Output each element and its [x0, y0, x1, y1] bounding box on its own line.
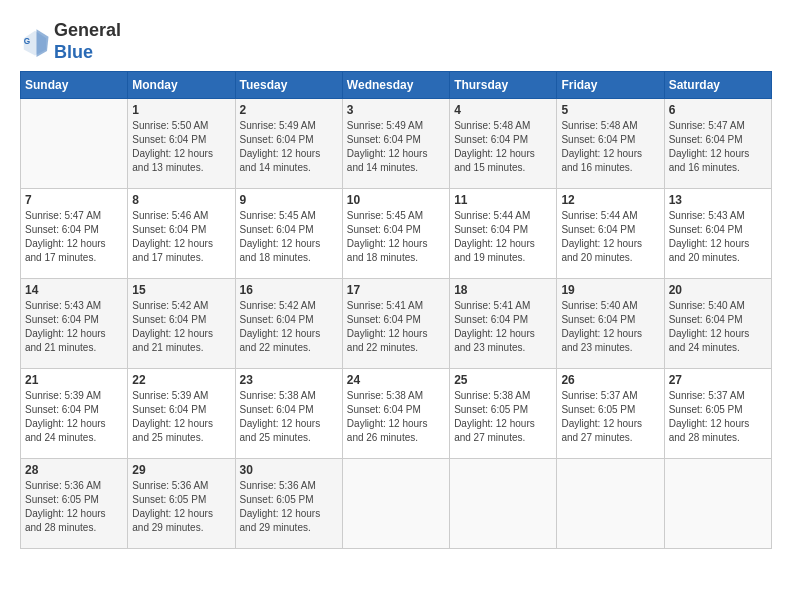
day-info: Sunrise: 5:47 AM Sunset: 6:04 PM Dayligh… — [669, 119, 767, 175]
calendar-cell: 30Sunrise: 5:36 AM Sunset: 6:05 PM Dayli… — [235, 459, 342, 549]
day-number: 20 — [669, 283, 767, 297]
day-info: Sunrise: 5:40 AM Sunset: 6:04 PM Dayligh… — [561, 299, 659, 355]
calendar-cell — [342, 459, 449, 549]
day-info: Sunrise: 5:43 AM Sunset: 6:04 PM Dayligh… — [25, 299, 123, 355]
day-info: Sunrise: 5:45 AM Sunset: 6:04 PM Dayligh… — [347, 209, 445, 265]
day-info: Sunrise: 5:38 AM Sunset: 6:04 PM Dayligh… — [240, 389, 338, 445]
day-info: Sunrise: 5:47 AM Sunset: 6:04 PM Dayligh… — [25, 209, 123, 265]
day-number: 29 — [132, 463, 230, 477]
calendar-cell: 6Sunrise: 5:47 AM Sunset: 6:04 PM Daylig… — [664, 99, 771, 189]
week-row-0: 1Sunrise: 5:50 AM Sunset: 6:04 PM Daylig… — [21, 99, 772, 189]
day-number: 24 — [347, 373, 445, 387]
week-row-1: 7Sunrise: 5:47 AM Sunset: 6:04 PM Daylig… — [21, 189, 772, 279]
calendar-cell: 12Sunrise: 5:44 AM Sunset: 6:04 PM Dayli… — [557, 189, 664, 279]
day-number: 23 — [240, 373, 338, 387]
calendar-cell: 4Sunrise: 5:48 AM Sunset: 6:04 PM Daylig… — [450, 99, 557, 189]
calendar-cell: 9Sunrise: 5:45 AM Sunset: 6:04 PM Daylig… — [235, 189, 342, 279]
day-number: 10 — [347, 193, 445, 207]
calendar-cell — [21, 99, 128, 189]
calendar-cell: 25Sunrise: 5:38 AM Sunset: 6:05 PM Dayli… — [450, 369, 557, 459]
day-number: 3 — [347, 103, 445, 117]
week-row-3: 21Sunrise: 5:39 AM Sunset: 6:04 PM Dayli… — [21, 369, 772, 459]
calendar-cell: 26Sunrise: 5:37 AM Sunset: 6:05 PM Dayli… — [557, 369, 664, 459]
day-number: 7 — [25, 193, 123, 207]
day-info: Sunrise: 5:38 AM Sunset: 6:04 PM Dayligh… — [347, 389, 445, 445]
calendar-cell — [450, 459, 557, 549]
header-saturday: Saturday — [664, 72, 771, 99]
day-number: 28 — [25, 463, 123, 477]
header-tuesday: Tuesday — [235, 72, 342, 99]
header-friday: Friday — [557, 72, 664, 99]
day-info: Sunrise: 5:38 AM Sunset: 6:05 PM Dayligh… — [454, 389, 552, 445]
header-sunday: Sunday — [21, 72, 128, 99]
day-info: Sunrise: 5:42 AM Sunset: 6:04 PM Dayligh… — [132, 299, 230, 355]
day-number: 12 — [561, 193, 659, 207]
day-info: Sunrise: 5:49 AM Sunset: 6:04 PM Dayligh… — [240, 119, 338, 175]
calendar-cell: 14Sunrise: 5:43 AM Sunset: 6:04 PM Dayli… — [21, 279, 128, 369]
calendar-cell: 8Sunrise: 5:46 AM Sunset: 6:04 PM Daylig… — [128, 189, 235, 279]
svg-text:G: G — [24, 36, 30, 45]
day-number: 17 — [347, 283, 445, 297]
svg-marker-1 — [37, 29, 49, 57]
day-info: Sunrise: 5:43 AM Sunset: 6:04 PM Dayligh… — [669, 209, 767, 265]
day-info: Sunrise: 5:41 AM Sunset: 6:04 PM Dayligh… — [347, 299, 445, 355]
day-info: Sunrise: 5:37 AM Sunset: 6:05 PM Dayligh… — [669, 389, 767, 445]
calendar-cell: 15Sunrise: 5:42 AM Sunset: 6:04 PM Dayli… — [128, 279, 235, 369]
day-number: 18 — [454, 283, 552, 297]
calendar-cell: 19Sunrise: 5:40 AM Sunset: 6:04 PM Dayli… — [557, 279, 664, 369]
day-number: 8 — [132, 193, 230, 207]
calendar-cell: 17Sunrise: 5:41 AM Sunset: 6:04 PM Dayli… — [342, 279, 449, 369]
logo-icon: G — [20, 27, 50, 57]
calendar-cell — [557, 459, 664, 549]
week-row-2: 14Sunrise: 5:43 AM Sunset: 6:04 PM Dayli… — [21, 279, 772, 369]
calendar-cell: 13Sunrise: 5:43 AM Sunset: 6:04 PM Dayli… — [664, 189, 771, 279]
header-thursday: Thursday — [450, 72, 557, 99]
calendar-cell: 18Sunrise: 5:41 AM Sunset: 6:04 PM Dayli… — [450, 279, 557, 369]
day-number: 5 — [561, 103, 659, 117]
calendar-cell: 7Sunrise: 5:47 AM Sunset: 6:04 PM Daylig… — [21, 189, 128, 279]
day-info: Sunrise: 5:39 AM Sunset: 6:04 PM Dayligh… — [132, 389, 230, 445]
day-number: 30 — [240, 463, 338, 477]
calendar-cell: 16Sunrise: 5:42 AM Sunset: 6:04 PM Dayli… — [235, 279, 342, 369]
day-info: Sunrise: 5:36 AM Sunset: 6:05 PM Dayligh… — [240, 479, 338, 535]
calendar-cell: 28Sunrise: 5:36 AM Sunset: 6:05 PM Dayli… — [21, 459, 128, 549]
day-info: Sunrise: 5:45 AM Sunset: 6:04 PM Dayligh… — [240, 209, 338, 265]
calendar-cell: 2Sunrise: 5:49 AM Sunset: 6:04 PM Daylig… — [235, 99, 342, 189]
day-number: 1 — [132, 103, 230, 117]
day-info: Sunrise: 5:36 AM Sunset: 6:05 PM Dayligh… — [132, 479, 230, 535]
calendar-table: SundayMondayTuesdayWednesdayThursdayFrid… — [20, 71, 772, 549]
calendar-cell: 10Sunrise: 5:45 AM Sunset: 6:04 PM Dayli… — [342, 189, 449, 279]
header-wednesday: Wednesday — [342, 72, 449, 99]
calendar-cell: 27Sunrise: 5:37 AM Sunset: 6:05 PM Dayli… — [664, 369, 771, 459]
day-info: Sunrise: 5:39 AM Sunset: 6:04 PM Dayligh… — [25, 389, 123, 445]
day-info: Sunrise: 5:48 AM Sunset: 6:04 PM Dayligh… — [561, 119, 659, 175]
day-number: 2 — [240, 103, 338, 117]
day-number: 4 — [454, 103, 552, 117]
day-number: 16 — [240, 283, 338, 297]
day-number: 6 — [669, 103, 767, 117]
day-number: 14 — [25, 283, 123, 297]
day-info: Sunrise: 5:44 AM Sunset: 6:04 PM Dayligh… — [561, 209, 659, 265]
day-number: 26 — [561, 373, 659, 387]
day-number: 25 — [454, 373, 552, 387]
calendar-cell — [664, 459, 771, 549]
calendar-header-row: SundayMondayTuesdayWednesdayThursdayFrid… — [21, 72, 772, 99]
day-info: Sunrise: 5:50 AM Sunset: 6:04 PM Dayligh… — [132, 119, 230, 175]
calendar-cell: 24Sunrise: 5:38 AM Sunset: 6:04 PM Dayli… — [342, 369, 449, 459]
calendar-cell: 21Sunrise: 5:39 AM Sunset: 6:04 PM Dayli… — [21, 369, 128, 459]
day-number: 19 — [561, 283, 659, 297]
day-info: Sunrise: 5:36 AM Sunset: 6:05 PM Dayligh… — [25, 479, 123, 535]
calendar-cell: 22Sunrise: 5:39 AM Sunset: 6:04 PM Dayli… — [128, 369, 235, 459]
day-info: Sunrise: 5:37 AM Sunset: 6:05 PM Dayligh… — [561, 389, 659, 445]
day-info: Sunrise: 5:42 AM Sunset: 6:04 PM Dayligh… — [240, 299, 338, 355]
calendar-cell: 3Sunrise: 5:49 AM Sunset: 6:04 PM Daylig… — [342, 99, 449, 189]
day-info: Sunrise: 5:44 AM Sunset: 6:04 PM Dayligh… — [454, 209, 552, 265]
day-number: 11 — [454, 193, 552, 207]
day-number: 13 — [669, 193, 767, 207]
day-info: Sunrise: 5:41 AM Sunset: 6:04 PM Dayligh… — [454, 299, 552, 355]
day-info: Sunrise: 5:49 AM Sunset: 6:04 PM Dayligh… — [347, 119, 445, 175]
calendar-cell: 29Sunrise: 5:36 AM Sunset: 6:05 PM Dayli… — [128, 459, 235, 549]
day-number: 15 — [132, 283, 230, 297]
calendar-cell: 20Sunrise: 5:40 AM Sunset: 6:04 PM Dayli… — [664, 279, 771, 369]
calendar-cell: 1Sunrise: 5:50 AM Sunset: 6:04 PM Daylig… — [128, 99, 235, 189]
